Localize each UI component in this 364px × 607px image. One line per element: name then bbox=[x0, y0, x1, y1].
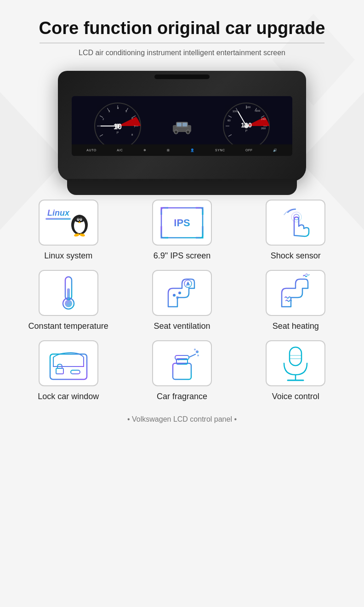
ctrl-ac: A/C bbox=[117, 149, 123, 152]
fragrance-label: Car fragrance bbox=[157, 392, 207, 401]
svg-text:60: 60 bbox=[228, 119, 231, 122]
svg-point-25 bbox=[186, 130, 190, 134]
vent-icon-box bbox=[152, 270, 212, 316]
feature-shock: Shock sensor bbox=[246, 200, 346, 261]
features-section: Linux bbox=[18, 200, 346, 401]
svg-rect-22 bbox=[177, 123, 182, 126]
svg-rect-89 bbox=[290, 347, 301, 366]
feature-fragrance: Car fragrance bbox=[132, 340, 232, 401]
ctrl-sync: SYNC bbox=[215, 149, 225, 152]
page-subtitle: LCD air conditioning instrument intellig… bbox=[18, 49, 346, 57]
ctrl-auto: AUTO bbox=[86, 149, 96, 152]
feature-vent: Seat ventilation bbox=[132, 270, 232, 331]
svg-point-55 bbox=[80, 218, 82, 220]
voice-icon-box bbox=[266, 340, 325, 386]
feature-ips: IPS 6.9" IPS screen bbox=[132, 200, 232, 261]
fragrance-icon-box bbox=[152, 340, 212, 386]
svg-text:P: P bbox=[117, 131, 119, 134]
svg-text:100: 100 bbox=[233, 110, 238, 113]
svg-point-85 bbox=[194, 349, 196, 350]
svg-point-84 bbox=[196, 350, 199, 353]
svg-line-83 bbox=[189, 354, 196, 357]
svg-rect-80 bbox=[173, 363, 191, 379]
shock-label: Shock sensor bbox=[271, 251, 321, 261]
linux-icon-box: Linux bbox=[39, 200, 98, 246]
bottom-controls: AUTO A/C ❄ ⊞ 👤 SYNC OFF 🔊 bbox=[72, 144, 292, 156]
svg-point-54 bbox=[78, 218, 79, 220]
dashboard-screen: 10 P 2 3 4 5 6 7 8 bbox=[72, 96, 292, 156]
svg-text:P: P bbox=[245, 129, 248, 132]
feature-temp: Constant temperature bbox=[18, 270, 118, 331]
voice-label: Voice control bbox=[272, 392, 319, 401]
feature-window: Lock car window bbox=[18, 340, 118, 401]
svg-rect-78 bbox=[71, 370, 80, 374]
title-divider bbox=[40, 43, 324, 43]
svg-point-72 bbox=[178, 292, 181, 294]
svg-text:IPS: IPS bbox=[174, 217, 190, 229]
feature-heating: Seat heating bbox=[246, 270, 346, 331]
ctrl-sound: 🔊 bbox=[273, 149, 278, 152]
footer-text: • Volkswagen LCD control panel • bbox=[18, 415, 346, 433]
ctrl-grid: ⊞ bbox=[167, 149, 170, 152]
shock-icon-box bbox=[266, 200, 325, 246]
svg-text:200: 200 bbox=[256, 109, 261, 112]
svg-text:10: 10 bbox=[114, 123, 122, 131]
svg-rect-79 bbox=[56, 368, 63, 374]
svg-point-24 bbox=[174, 130, 178, 134]
window-label: Lock car window bbox=[38, 392, 99, 401]
heating-icon-box bbox=[266, 270, 325, 316]
svg-rect-46 bbox=[46, 218, 71, 220]
ips-label: 6.9" IPS screen bbox=[154, 251, 210, 261]
feature-linux: Linux bbox=[18, 200, 118, 261]
svg-rect-23 bbox=[182, 123, 187, 126]
svg-point-86 bbox=[197, 355, 199, 356]
dashboard-frame: 10 P 2 3 4 5 6 7 8 bbox=[58, 71, 306, 181]
ctrl-off: OFF bbox=[245, 149, 253, 152]
svg-text:160: 160 bbox=[246, 106, 251, 109]
svg-point-75 bbox=[187, 283, 189, 285]
window-icon-box bbox=[39, 340, 98, 386]
ctrl-fan: ❄ bbox=[143, 149, 147, 152]
feature-voice: Voice control bbox=[246, 340, 346, 401]
linux-label: Linux system bbox=[44, 251, 92, 261]
svg-text:Linux: Linux bbox=[47, 208, 70, 218]
ctrl-person: 👤 bbox=[190, 149, 195, 152]
ips-icon-box: IPS bbox=[152, 200, 212, 246]
dashboard-area: 10 P 2 3 4 5 6 7 8 bbox=[18, 71, 346, 181]
svg-text:260: 260 bbox=[261, 127, 266, 130]
page-title: Core function original car upgrade bbox=[18, 18, 346, 38]
svg-point-73 bbox=[176, 296, 179, 299]
svg-text:240: 240 bbox=[261, 118, 266, 120]
svg-point-66 bbox=[65, 300, 72, 307]
temp-icon-box bbox=[39, 270, 98, 316]
car-display bbox=[171, 118, 193, 134]
heating-label: Seat heating bbox=[273, 321, 319, 331]
features-grid: Linux bbox=[18, 200, 346, 401]
vent-label: Seat ventilation bbox=[154, 321, 210, 331]
svg-point-71 bbox=[173, 294, 176, 297]
temp-label: Constant temperature bbox=[28, 321, 108, 331]
svg-rect-65 bbox=[67, 288, 70, 300]
svg-text:130: 130 bbox=[241, 121, 252, 129]
